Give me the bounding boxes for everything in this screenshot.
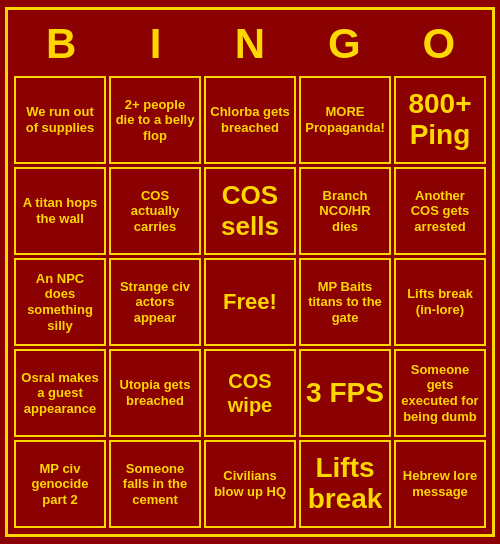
cell-free[interactable]: Free!	[204, 258, 296, 346]
cell-2[interactable]: Chlorba gets breached	[204, 76, 296, 164]
cell-6[interactable]: COS actually carries	[109, 167, 201, 255]
cell-17[interactable]: COS wipe	[204, 349, 296, 437]
cell-ित4[interactable]: 800+ Ping	[394, 76, 486, 164]
cell-21[interactable]: Someone falls in the cement	[109, 440, 201, 528]
cell-5[interactable]: A titan hops the wall	[14, 167, 106, 255]
cell-20[interactable]: MP civ genocide part 2	[14, 440, 106, 528]
cell-16[interactable]: Utopia gets breached	[109, 349, 201, 437]
cell-22[interactable]: Civilians blow up HQ	[204, 440, 296, 528]
letter-b: B	[14, 16, 108, 72]
letter-o: O	[392, 16, 486, 72]
bingo-card: B I N G O We run out of supplies 2+ peop…	[5, 7, 495, 537]
cell-23[interactable]: Lifts break	[299, 440, 391, 528]
bingo-grid: We run out of supplies 2+ people die to …	[14, 76, 486, 528]
cell-15[interactable]: Osral makes a guest appearance	[14, 349, 106, 437]
cell-0[interactable]: We run out of supplies	[14, 76, 106, 164]
cell-14[interactable]: Lifts break (in-lore)	[394, 258, 486, 346]
cell-24[interactable]: Hebrew lore message	[394, 440, 486, 528]
cell-9[interactable]: Another COS gets arrested	[394, 167, 486, 255]
cell-8[interactable]: Branch NCO/HR dies	[299, 167, 391, 255]
cell-19[interactable]: Someone gets executed for being dumb	[394, 349, 486, 437]
cell-7[interactable]: COS sells	[204, 167, 296, 255]
letter-g: G	[297, 16, 391, 72]
cell-1[interactable]: 2+ people die to a belly flop	[109, 76, 201, 164]
cell-11[interactable]: Strange civ actors appear	[109, 258, 201, 346]
cell-3[interactable]: MORE Propaganda!	[299, 76, 391, 164]
cell-18[interactable]: 3 FPS	[299, 349, 391, 437]
cell-10[interactable]: An NPC does something silly	[14, 258, 106, 346]
bingo-header: B I N G O	[14, 16, 486, 72]
cell-13[interactable]: MP Baits titans to the gate	[299, 258, 391, 346]
letter-n: N	[203, 16, 297, 72]
letter-i: I	[108, 16, 202, 72]
